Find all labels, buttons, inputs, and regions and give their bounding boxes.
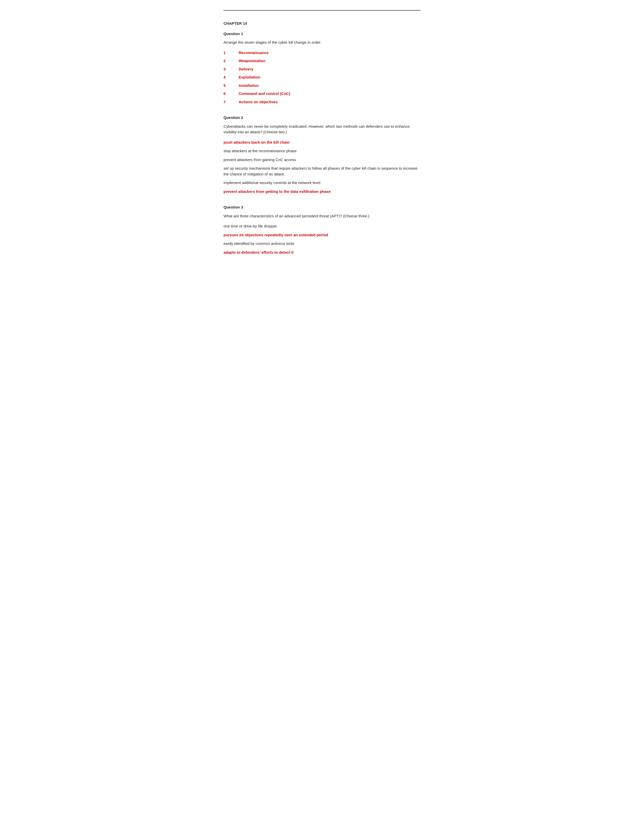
- answer-number-6: 6: [224, 91, 239, 96]
- answer-number-4: 4: [224, 74, 239, 80]
- answer-label-3: Delivery: [239, 66, 253, 72]
- question-2-title: Question 2: [224, 115, 420, 121]
- q2-option-3: prevent attackers from gaining CnC acces…: [224, 157, 420, 163]
- answer-label-7: Actions on objectives: [239, 99, 278, 105]
- answer-row-5: 5 Installation: [224, 83, 420, 88]
- question-3-section: Question 3 What are three characteristic…: [224, 204, 420, 255]
- answer-label-2: Weaponization: [239, 58, 266, 64]
- q2-option-4: set up security mechanisms that require …: [224, 166, 420, 177]
- answer-row-2: 2 Weaponization: [224, 58, 420, 64]
- answer-number-7: 7: [224, 99, 239, 105]
- question-3-text: What are three characteristics of an adv…: [224, 213, 420, 219]
- answer-label-1: Reconnaissance: [239, 50, 269, 56]
- answer-row-1: 1 Reconnaissance: [224, 50, 420, 56]
- question-1-title: Question 1: [224, 31, 420, 37]
- answer-number-2: 2: [224, 58, 239, 64]
- question-2-section: Question 2 Cyberattacks can never be com…: [224, 115, 420, 195]
- q2-option-5: implement additional security controls a…: [224, 180, 420, 186]
- q3-option-1: one time or drive-by file dropper: [224, 224, 420, 229]
- q2-option-2: stop attackers at the reconnaissance pha…: [224, 148, 420, 154]
- question-3-options: one time or drive-by file dropper pursue…: [224, 224, 420, 255]
- q3-option-2: pursues its objectives repeatedly over a…: [224, 232, 420, 238]
- answer-row-4: 4 Exploitation: [224, 74, 420, 80]
- question-1-section: Question 1 Arrange the seven stages of t…: [224, 31, 420, 105]
- q3-option-3: easily identified by common antivirus to…: [224, 241, 420, 247]
- answer-number-1: 1: [224, 50, 239, 56]
- chapter-title: CHAPTER 14: [224, 21, 420, 26]
- answer-label-5: Installation: [239, 83, 259, 88]
- q2-option-1: push attackers back on the kill chain: [224, 140, 420, 145]
- answer-number-3: 3: [224, 66, 239, 72]
- page-container: CHAPTER 14 Question 1 Arrange the seven …: [208, 0, 436, 280]
- question-2-text: Cyberattacks can never be completely era…: [224, 124, 420, 135]
- top-border: [224, 10, 420, 11]
- answer-number-5: 5: [224, 83, 239, 88]
- answer-row-7: 7 Actions on objectives: [224, 99, 420, 105]
- q2-option-6: prevent attackers from getting to the da…: [224, 189, 420, 195]
- q3-option-4: adapts to defenders' efforts to detect i…: [224, 250, 420, 256]
- answer-row-6: 6 Command and control (CnC): [224, 91, 420, 96]
- answer-row-3: 3 Delivery: [224, 66, 420, 72]
- answer-label-4: Exploitation: [239, 74, 260, 80]
- answer-label-6: Command and control (CnC): [239, 91, 290, 96]
- question-3-title: Question 3: [224, 204, 420, 210]
- question-1-text: Arrange the seven stages of the cyber ki…: [224, 40, 420, 45]
- question-1-answers: 1 Reconnaissance 2 Weaponization 3 Deliv…: [224, 50, 420, 105]
- question-2-options: push attackers back on the kill chain st…: [224, 140, 420, 195]
